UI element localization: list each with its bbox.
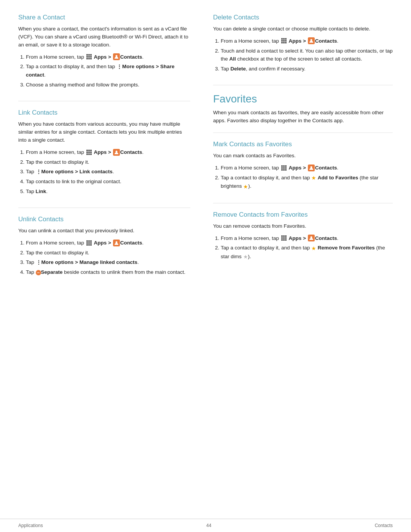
svg-rect-35 <box>285 40 287 42</box>
unlink-contacts-title: Unlink Contacts <box>18 216 190 223</box>
svg-rect-36 <box>281 42 283 43</box>
list-item: Tap Link. <box>26 187 190 196</box>
svg-rect-0 <box>86 54 88 56</box>
contacts-label: Contacts <box>315 235 337 241</box>
star-gold-icon-2: ★ <box>243 182 248 191</box>
section-unlink-contacts: Unlink Contacts You can unlink a contact… <box>18 216 190 276</box>
minus-icon: − <box>36 270 41 275</box>
svg-rect-31 <box>283 38 285 40</box>
svg-rect-46 <box>281 169 283 171</box>
list-item: Tap −Separate beside contacts to unlink … <box>26 268 190 276</box>
svg-rect-7 <box>88 58 90 59</box>
more-options-label: More options > Link contacts <box>41 169 113 174</box>
remove-favorites-steps: From a Home screen, tap <box>221 234 393 261</box>
svg-rect-50 <box>281 235 283 237</box>
contacts-label: Contacts <box>120 149 142 155</box>
add-favorites-label: Add to Favorites <box>318 175 358 181</box>
svg-rect-43 <box>281 167 283 169</box>
contacts-label: Contacts <box>315 165 337 171</box>
svg-rect-6 <box>86 58 88 59</box>
delete-contacts-intro: You can delete a single contact or choos… <box>213 25 393 33</box>
divider <box>213 203 393 203</box>
svg-rect-12 <box>90 150 92 151</box>
svg-rect-1 <box>88 54 90 56</box>
more-options-icon: ⋮ <box>36 168 41 176</box>
contacts-icon <box>113 240 120 246</box>
content-area: Share a Contact When you share a contact… <box>0 0 411 532</box>
footer-right: Contacts <box>375 523 393 528</box>
svg-rect-18 <box>90 153 92 155</box>
list-item: Tap a contact to display it, and then ta… <box>221 244 393 261</box>
star-gold-icon: ★ <box>311 174 316 182</box>
left-column: Share a Contact When you share a contact… <box>18 14 206 509</box>
svg-rect-48 <box>285 169 287 171</box>
svg-rect-25 <box>90 242 92 244</box>
link-contacts-title: Link Contacts <box>18 109 190 117</box>
svg-rect-5 <box>90 56 92 58</box>
list-item: Touch and hold a contact to select it. Y… <box>221 47 393 63</box>
apps-label: Apps > <box>289 235 306 241</box>
unlink-contacts-steps: From a Home screen, tap <box>26 239 190 276</box>
apps-icon <box>86 54 92 60</box>
section-delete-contacts: Delete Contacts You can delete a single … <box>213 14 393 73</box>
favorites-intro: When you mark contacts as favorites, the… <box>213 109 393 125</box>
unlink-contacts-intro: You can unlink a contact that you previo… <box>18 227 190 235</box>
divider <box>18 208 190 208</box>
svg-rect-58 <box>285 239 287 241</box>
contacts-icon <box>308 235 315 241</box>
apps-icon <box>86 149 92 155</box>
contacts-label: Contacts <box>120 240 142 246</box>
list-item: Choose a sharing method and follow the p… <box>26 81 190 89</box>
divider <box>213 85 393 85</box>
section-mark-favorites: Mark Contacts as Favorites You can mark … <box>213 141 393 191</box>
svg-point-49 <box>310 166 312 168</box>
section-link-contacts: Link Contacts When you have contacts fro… <box>18 109 190 195</box>
more-options-label: More options > Share contact <box>26 64 175 78</box>
more-options-icon: ⋮ <box>36 259 41 267</box>
section-share-contact: Share a Contact When you share a contact… <box>18 14 190 89</box>
svg-rect-10 <box>86 150 88 151</box>
contacts-label: Contacts <box>315 38 337 44</box>
more-options-label: More options > Manage linked contacts <box>41 259 137 265</box>
svg-rect-44 <box>283 167 285 169</box>
list-item: Tap the contact to display it. <box>26 249 190 257</box>
list-item: From a Home screen, tap <box>26 148 190 157</box>
list-item: Tap a contact to display it, and then ta… <box>221 174 393 191</box>
svg-rect-37 <box>283 42 285 43</box>
apps-icon <box>86 240 92 246</box>
svg-rect-54 <box>283 237 285 239</box>
svg-rect-20 <box>86 240 88 242</box>
svg-rect-24 <box>88 242 90 244</box>
svg-rect-15 <box>90 152 92 153</box>
list-item: From a Home screen, tap <box>221 164 393 172</box>
delete-label: Delete <box>231 66 246 72</box>
svg-rect-51 <box>283 235 285 237</box>
footer-left: Applications <box>18 523 43 528</box>
svg-rect-56 <box>281 239 283 241</box>
svg-point-39 <box>310 39 312 41</box>
svg-rect-11 <box>88 150 90 151</box>
page: Share a Contact When you share a contact… <box>0 0 411 532</box>
apps-icon <box>281 38 287 44</box>
link-contacts-intro: When you have contacts from various acco… <box>18 120 190 144</box>
svg-point-9 <box>115 55 117 57</box>
apps-label: Apps > <box>94 54 111 60</box>
svg-rect-55 <box>285 237 287 239</box>
svg-rect-30 <box>281 38 283 40</box>
svg-rect-34 <box>283 40 285 42</box>
section-favorites: Favorites When you mark contacts as favo… <box>213 93 393 261</box>
svg-rect-32 <box>285 38 287 40</box>
divider <box>18 101 190 101</box>
remove-favorites-title: Remove Contacts from Favorites <box>213 211 393 219</box>
contacts-icon <box>308 165 315 171</box>
mark-favorites-title: Mark Contacts as Favorites <box>213 141 393 148</box>
apps-icon <box>281 165 287 171</box>
apps-label: Apps > <box>94 149 111 155</box>
contacts-icon <box>113 149 120 156</box>
list-item: From a Home screen, tap <box>26 239 190 247</box>
contacts-label: Contacts <box>120 54 142 60</box>
svg-rect-47 <box>283 169 285 171</box>
all-label: All <box>229 56 236 62</box>
apps-label: Apps > <box>94 240 111 246</box>
svg-rect-33 <box>281 40 283 42</box>
